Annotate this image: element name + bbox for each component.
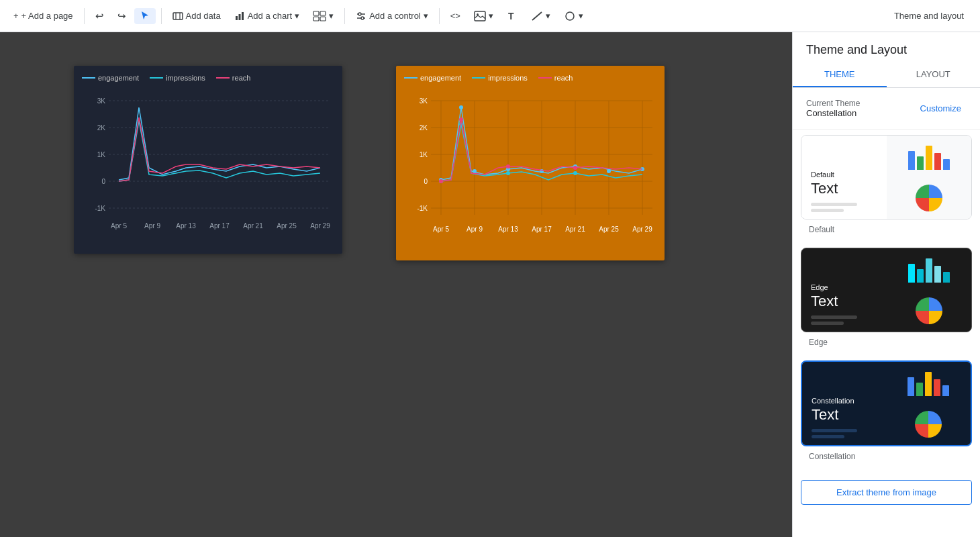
svg-text:2K: 2K xyxy=(420,124,428,132)
svg-rect-7 xyxy=(320,11,326,15)
add-control-label: Add a control xyxy=(369,11,421,21)
svg-rect-0 xyxy=(173,13,183,19)
add-control-button[interactable]: Add a control ▾ xyxy=(350,8,434,24)
theme-card-edge[interactable]: Edge Text xyxy=(801,248,972,332)
edge-divider2 xyxy=(811,322,844,325)
constellation-theme-section: Constellation Text xyxy=(793,360,980,475)
chart2-impressions-color xyxy=(472,77,485,79)
cursor-button[interactable] xyxy=(134,8,156,24)
svg-text:Apr 9: Apr 9 xyxy=(144,222,160,230)
legend-impressions: impressions xyxy=(150,74,205,82)
shape-icon xyxy=(564,11,576,21)
svg-rect-3 xyxy=(236,16,238,20)
image-icon xyxy=(474,11,486,21)
svg-text:1K: 1K xyxy=(97,151,106,158)
constellation-bar-1 xyxy=(908,377,914,396)
chart2-reach-label: reach xyxy=(554,74,573,82)
chart-card-2[interactable]: engagement impressions reach xyxy=(396,66,665,260)
default-pie-chart-cell xyxy=(887,177,972,219)
panel-tabs: THEME LAYOUT xyxy=(793,62,980,88)
svg-text:Apr 5: Apr 5 xyxy=(111,222,127,230)
add-page-label: + Add a page xyxy=(21,11,73,21)
add-metric-arrow: ▾ xyxy=(329,11,334,21)
svg-point-62 xyxy=(473,169,477,173)
bar-1 xyxy=(908,151,915,170)
chart-card-1[interactable]: engagement impressions reach xyxy=(74,66,342,254)
legend-reach: reach xyxy=(216,74,251,82)
constellation-divider xyxy=(812,429,857,432)
constellation-bar-3 xyxy=(925,372,932,396)
svg-text:-1K: -1K xyxy=(95,205,105,212)
panel-title: Theme and Layout xyxy=(793,32,980,62)
code-button[interactable]: <> xyxy=(445,8,466,23)
svg-line-17 xyxy=(532,12,542,20)
current-theme-name: Constellation xyxy=(806,108,860,118)
add-chart-button[interactable]: Add a chart ▾ xyxy=(229,8,305,24)
divider-1 xyxy=(84,8,85,24)
tab-layout[interactable]: LAYOUT xyxy=(887,62,981,87)
svg-rect-14 xyxy=(475,11,485,21)
constellation-bar-chart-cell xyxy=(887,362,971,403)
constellation-theme-name-label: Constellation xyxy=(801,449,972,469)
edge-bar-chart-cell xyxy=(887,248,972,290)
engagement-label: engagement xyxy=(98,74,139,82)
main-area: engagement impressions reach xyxy=(0,32,980,537)
default-theme-label: Default xyxy=(811,170,877,179)
theme-card-constellation[interactable]: Constellation Text xyxy=(801,360,972,446)
divider-4 xyxy=(439,8,440,24)
svg-point-13 xyxy=(361,17,364,19)
svg-point-72 xyxy=(439,179,443,183)
svg-text:Apr 21: Apr 21 xyxy=(565,226,585,233)
svg-text:0: 0 xyxy=(101,178,105,185)
add-chart-arrow: ▾ xyxy=(295,11,299,21)
theme-card-default[interactable]: Default Text xyxy=(801,135,972,219)
edge-theme-text: Text xyxy=(811,293,877,310)
edge-bar-1 xyxy=(908,264,915,283)
chart2-legend: engagement impressions reach xyxy=(404,74,656,82)
constellation-bar-4 xyxy=(934,379,940,396)
bar-5 xyxy=(943,159,950,170)
constellation-theme-text: Text xyxy=(812,406,877,424)
bar-4 xyxy=(934,153,941,170)
add-data-label: Add data xyxy=(186,11,221,21)
svg-rect-5 xyxy=(242,12,244,20)
svg-text:Apr 17: Apr 17 xyxy=(532,226,552,233)
toolbar: + + Add a page ↩ ↪ Add data Add a chart … xyxy=(0,0,980,32)
svg-text:-1K: -1K xyxy=(417,205,428,212)
svg-text:Apr 21: Apr 21 xyxy=(243,222,263,230)
add-data-button[interactable]: Add data xyxy=(167,8,226,24)
svg-rect-9 xyxy=(320,17,326,21)
chart2-legend-reach: reach xyxy=(538,74,573,82)
svg-point-18 xyxy=(566,12,574,20)
metric-icon xyxy=(313,11,326,21)
customize-button[interactable]: Customize xyxy=(915,101,967,116)
svg-point-73 xyxy=(459,117,463,121)
line-button[interactable]: ▾ xyxy=(526,8,556,24)
edge-theme-section: Edge Text xyxy=(793,248,980,360)
svg-point-11 xyxy=(358,13,361,15)
svg-point-71 xyxy=(573,171,577,175)
text-button[interactable]: T xyxy=(501,8,523,24)
add-page-icon: + xyxy=(13,11,19,21)
constellation-bar-5 xyxy=(942,385,949,396)
tab-theme[interactable]: THEME xyxy=(793,62,887,87)
theme-layout-label: Theme and layout xyxy=(886,8,972,23)
line-icon xyxy=(531,11,543,21)
cursor-icon xyxy=(140,11,150,21)
chart1-legend: engagement impressions reach xyxy=(82,74,334,82)
image-button[interactable]: ▾ xyxy=(469,8,499,24)
line-dropdown-arrow: ▾ xyxy=(546,11,550,21)
edge-pie xyxy=(914,295,944,326)
extract-theme-button[interactable]: Extract theme from image xyxy=(801,480,972,505)
canvas[interactable]: engagement impressions reach xyxy=(0,32,792,537)
shape-button[interactable]: ▾ xyxy=(558,8,589,24)
constellation-bar-chart xyxy=(908,369,949,396)
redo-button[interactable]: ↪ xyxy=(112,7,132,25)
add-metric-button[interactable]: ▾ xyxy=(307,8,339,24)
add-page-button[interactable]: + + Add a page xyxy=(8,8,79,23)
svg-text:Apr 29: Apr 29 xyxy=(310,222,330,230)
default-divider xyxy=(811,203,857,206)
code-icon: <> xyxy=(450,11,460,21)
svg-point-66 xyxy=(607,169,611,173)
undo-button[interactable]: ↩ xyxy=(90,7,109,25)
